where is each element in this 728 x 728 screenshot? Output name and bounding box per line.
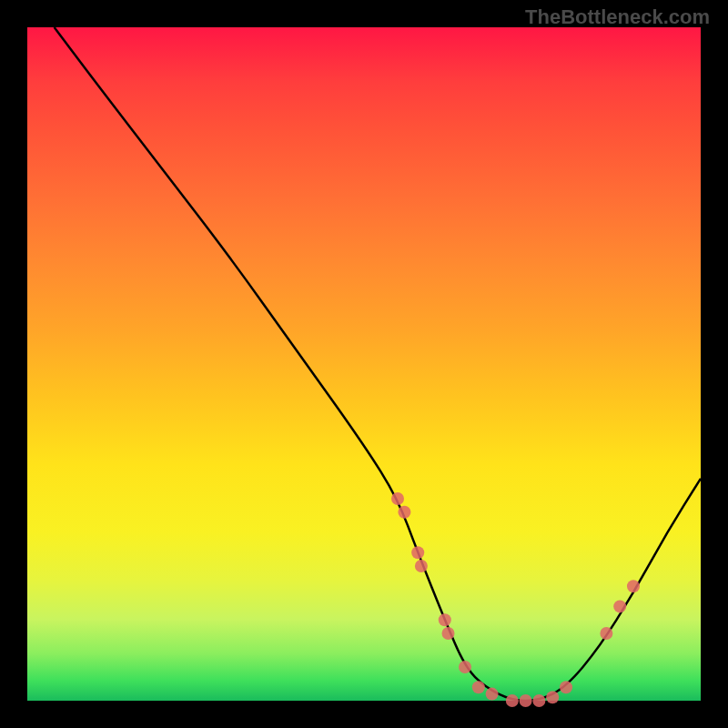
scatter-point (391, 492, 404, 505)
scatter-point (459, 661, 471, 673)
scatter-point (506, 694, 519, 707)
chart-plot-area (27, 27, 701, 701)
scatter-point (560, 681, 572, 693)
scatter-point (520, 694, 532, 707)
scatter-point (411, 546, 424, 559)
scatter-point (398, 506, 410, 519)
scatter-point (472, 681, 485, 693)
scatter-point (415, 560, 428, 572)
bottleneck-curve (55, 27, 701, 701)
chart-svg (27, 27, 701, 701)
scatter-point (439, 613, 451, 626)
scatter-point (486, 688, 499, 701)
scatter-point (600, 627, 612, 640)
scatter-point (442, 627, 455, 640)
scatter-point (627, 580, 640, 592)
watermark-text: TheBottleneck.com (525, 5, 710, 29)
scatter-point (546, 691, 559, 703)
scatter-points-group (391, 492, 640, 707)
scatter-point (613, 600, 626, 612)
scatter-point (532, 694, 545, 707)
